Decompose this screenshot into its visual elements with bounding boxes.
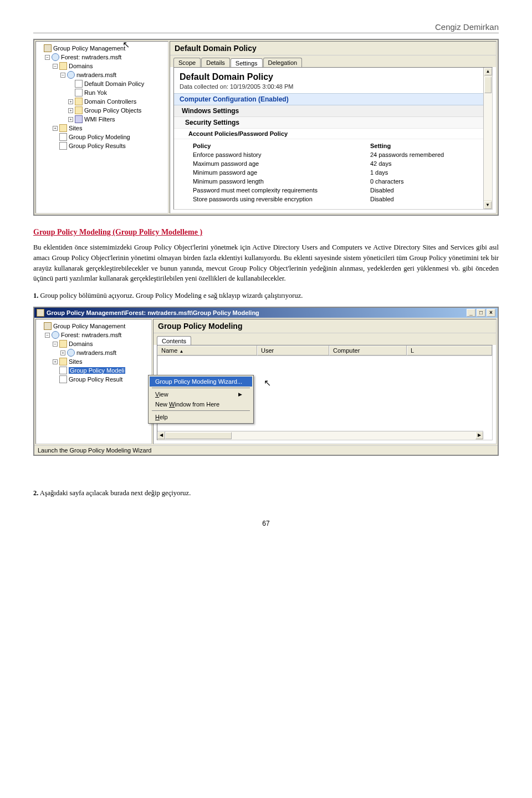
expander-icon[interactable]: +	[53, 126, 58, 131]
folder-icon	[59, 340, 67, 348]
domain-icon	[67, 349, 75, 357]
report-h2[interactable]: Windows Settings	[174, 105, 492, 117]
expander-icon[interactable]: −	[60, 73, 65, 78]
table-cell: 42 days	[368, 159, 475, 168]
doc-paragraph: Bu eklentiden önce sistemimizdeki Group …	[33, 242, 499, 284]
maximize-button[interactable]: □	[477, 309, 485, 317]
report-date: Data collected on: 10/19/2005 3:00:48 PM	[174, 83, 492, 93]
pane-title-2: Group Policy Modeling	[154, 319, 496, 333]
col-last[interactable]: L	[407, 345, 492, 355]
wmi-icon	[75, 115, 83, 123]
tabs-row: Scope Details Settings Delegation	[170, 55, 496, 67]
tree-forest[interactable]: Forest: nwtraders.msft	[61, 54, 121, 60]
tree-domains[interactable]: Domains	[69, 340, 93, 347]
expander-icon[interactable]: +	[68, 99, 73, 104]
report-h3[interactable]: Security Settings	[174, 117, 492, 129]
col-name[interactable]: Name ▲	[157, 345, 257, 355]
scroll-down-icon[interactable]: ▼	[484, 201, 492, 209]
tree-item[interactable]: WMI Filters	[84, 116, 115, 123]
expander-icon[interactable]: +	[68, 108, 73, 113]
tab-delegation[interactable]: Delegation	[263, 58, 303, 67]
report-area: Default Domain Policy Data collected on:…	[173, 67, 493, 210]
scroll-thumb-h[interactable]	[165, 432, 232, 439]
folder-icon	[75, 106, 83, 114]
col-computer[interactable]: Computer	[329, 345, 407, 355]
close-button[interactable]: ×	[487, 309, 495, 317]
expander-icon[interactable]: −	[45, 333, 50, 338]
report-title: Default Domain Policy	[174, 69, 492, 83]
list-header: Name ▲ User Computer L	[157, 345, 492, 356]
menu-separator	[152, 388, 250, 388]
report-h4[interactable]: Account Policies/Password Policy	[174, 129, 492, 139]
col-user[interactable]: User	[257, 345, 329, 355]
table-cell: Password must meet complexity requiremen…	[191, 186, 368, 195]
gpo-link-icon	[75, 80, 83, 88]
tree-pane[interactable]: Group Policy Management −Forest: nwtrade…	[35, 41, 168, 214]
menu-view[interactable]: View▶	[150, 389, 252, 399]
tree-domain[interactable]: nwtraders.msft	[76, 349, 116, 356]
expander-icon[interactable]: −	[45, 55, 50, 60]
gpmc-window-1: Group Policy Management −Forest: nwtrade…	[33, 39, 499, 216]
cursor-icon	[123, 41, 133, 51]
menu-help[interactable]: Help	[150, 412, 252, 422]
table-cell: Maximum password age	[191, 159, 368, 168]
titlebar-text: Group Policy Management\Forest: nwtrader…	[47, 309, 259, 316]
expander-icon[interactable]: +	[60, 350, 65, 355]
policy-table: PolicySetting Enforce password history24…	[174, 139, 492, 208]
tab-details[interactable]: Details	[201, 58, 230, 67]
tree-item[interactable]: Domain Controllers	[84, 98, 136, 105]
tree-item[interactable]: Default Domain Policy	[84, 80, 144, 87]
scroll-right-icon[interactable]: ▶	[475, 431, 483, 439]
tree-item[interactable]: Run Yok	[84, 89, 107, 96]
tree-item[interactable]: Group Policy Objects	[84, 107, 141, 114]
menu-separator	[152, 410, 250, 411]
table-cell: Disabled	[368, 186, 475, 195]
tree-forest[interactable]: Forest: nwtraders.msft	[61, 332, 121, 338]
tree-domains[interactable]: Domains	[69, 63, 93, 69]
page-number: 67	[33, 520, 499, 527]
scroll-up-icon[interactable]: ▲	[484, 68, 492, 75]
note-icon	[59, 367, 67, 374]
report-h1[interactable]: Computer Configuration (Enabled)	[174, 93, 492, 105]
menu-wizard[interactable]: Group Policy Modeling Wizard...	[150, 377, 252, 387]
table-cell: Disabled	[368, 195, 475, 204]
context-menu: Group Policy Modeling Wizard... View▶ Ne…	[148, 375, 254, 424]
right-pane: Default Domain Policy Scope Details Sett…	[170, 41, 497, 214]
tree-sites[interactable]: Sites	[69, 358, 82, 365]
tree-results[interactable]: Group Policy Results	[69, 143, 126, 149]
tab-scope[interactable]: Scope	[173, 58, 201, 67]
tree-results[interactable]: Group Policy Result	[69, 376, 122, 383]
statusbar: Launch the Group Policy Modeling Wizard	[34, 445, 498, 455]
tree-pane-2[interactable]: Group Policy Management −Forest: nwtrade…	[35, 319, 152, 444]
th-setting: Setting	[368, 141, 475, 150]
vertical-scrollbar[interactable]: ▲ ▼	[483, 68, 492, 209]
titlebar: Group Policy Management\Forest: nwtrader…	[34, 308, 498, 318]
tree-domain[interactable]: nwtraders.msft	[76, 72, 116, 78]
expander-icon[interactable]: +	[53, 359, 58, 364]
expander-icon[interactable]: +	[68, 117, 73, 122]
expander-icon[interactable]: −	[53, 342, 58, 347]
cursor-icon	[264, 379, 274, 389]
app-icon	[37, 309, 44, 317]
scroll-thumb[interactable]	[484, 77, 492, 93]
pane-title: Default Domain Policy	[170, 42, 496, 55]
tab-settings[interactable]: Settings	[231, 58, 263, 68]
tree-sites[interactable]: Sites	[69, 125, 82, 131]
expander-icon[interactable]: −	[53, 64, 58, 69]
tab-contents[interactable]: Contents	[157, 336, 191, 345]
note-icon	[59, 133, 67, 141]
note-icon	[59, 142, 67, 150]
table-cell: Minimum password age	[191, 168, 368, 177]
tree-root[interactable]: Group Policy Management	[53, 323, 125, 329]
tree-root[interactable]: Group Policy Management	[53, 45, 125, 52]
tree-modeling-selected[interactable]: Group Policy Modeli	[69, 367, 125, 374]
horizontal-scrollbar[interactable]: ◀ ▶	[157, 431, 483, 440]
forest-icon	[52, 53, 59, 61]
table-cell: Minimum password length	[191, 177, 368, 186]
tree-modeling[interactable]: Group Policy Modeling	[69, 134, 130, 140]
scroll-left-icon[interactable]: ◀	[157, 431, 165, 439]
table-cell: Store passwords using reversible encrypt…	[191, 195, 368, 204]
minimize-button[interactable]: _	[467, 309, 475, 317]
th-policy: Policy	[191, 141, 368, 150]
menu-new-window[interactable]: New Window from Here	[150, 399, 252, 409]
